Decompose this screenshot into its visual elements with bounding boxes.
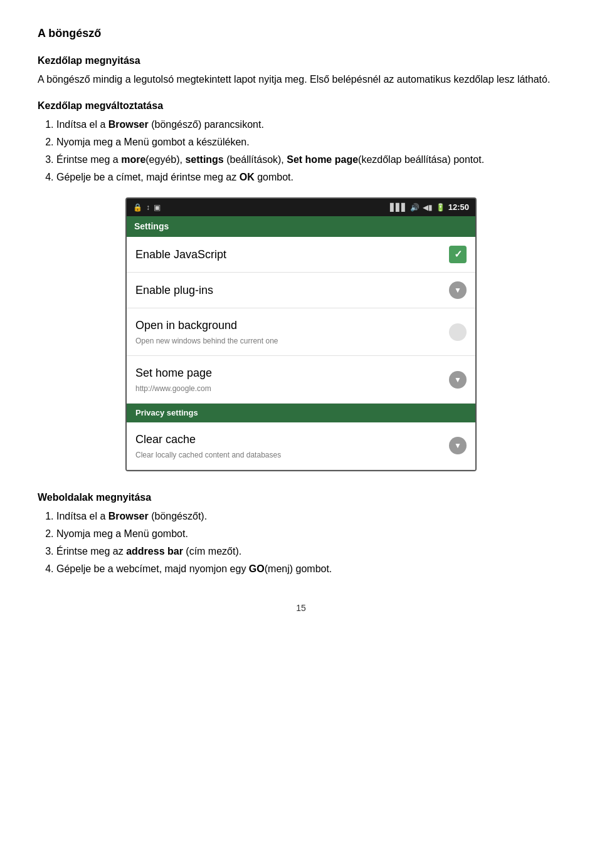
- settings-item-clearcache[interactable]: Clear cache Clear locally cached content…: [127, 422, 475, 470]
- section3-step1: Indítsa el a Browser (böngészőt).: [56, 509, 564, 524]
- section2-step4: Gépelje be a címet, majd érintse meg az …: [56, 170, 564, 185]
- section3-heading: Weboldalak megnyitása: [38, 490, 564, 505]
- section2-steps: Indítsa el a Browser (böngésző) parancsi…: [56, 117, 564, 185]
- section1-heading: Kezdőlap megnyitása: [38, 53, 564, 68]
- homepage-title: Set home page: [135, 365, 449, 382]
- section2-step3: Érintse meg a more(egyéb), settings (beá…: [56, 152, 564, 167]
- section-homepage-open: Kezdőlap megnyitása A böngésző mindig a …: [38, 53, 564, 87]
- settings-titlebar: Settings: [127, 216, 475, 237]
- section-webpage-open: Weboldalak megnyitása Indítsa el a Brows…: [38, 490, 564, 577]
- clearcache-checkbox[interactable]: ▼: [449, 437, 467, 454]
- usb-icon: ↕: [146, 202, 150, 213]
- background-subtitle: Open new windows behind the current one: [135, 335, 449, 347]
- homepage-subtitle: http://www.google.com: [135, 383, 449, 394]
- settings-item-plugins[interactable]: Enable plug-ins ▼: [127, 273, 475, 308]
- page-number: 15: [38, 602, 564, 615]
- clearcache-subtitle: Clear locally cached content and databas…: [135, 449, 449, 461]
- javascript-checkbox[interactable]: [449, 246, 467, 263]
- privacy-settings-header: Privacy settings: [127, 404, 475, 422]
- section-homepage-change: Kezdőlap megváltoztatása Indítsa el a Br…: [38, 98, 564, 185]
- clock: 12:50: [448, 201, 469, 214]
- battery-icon: 🔋: [436, 202, 445, 213]
- section3-steps: Indítsa el a Browser (böngészőt). Nyomja…: [56, 509, 564, 577]
- section2-heading: Kezdőlap megváltoztatása: [38, 98, 564, 113]
- phone-screenshot: 🔒 ↕ ▣ ▋▋▋ 🔊 ◀▮ 🔋 12:50 Settings Enable J…: [125, 197, 477, 471]
- homepage-checkbox[interactable]: ▼: [449, 371, 467, 389]
- plugins-title: Enable plug-ins: [135, 282, 449, 299]
- settings-item-background[interactable]: Open in background Open new windows behi…: [127, 308, 475, 356]
- background-title: Open in background: [135, 317, 449, 334]
- section2-step1: Indítsa el a Browser (böngésző) parancsi…: [56, 117, 564, 132]
- page-container: A böngésző Kezdőlap megnyitása A böngész…: [38, 25, 564, 615]
- section3-step4: Gépelje be a webcímet, majd nyomjon egy …: [56, 562, 564, 577]
- settings-item-homepage[interactable]: Set home page http://www.google.com ▼: [127, 356, 475, 404]
- settings-item-javascript[interactable]: Enable JavaScript: [127, 237, 475, 273]
- signal-icon: ▋▋▋: [390, 202, 407, 213]
- settings-list: Enable JavaScript Enable plug-ins ▼ Open…: [127, 237, 475, 470]
- statusbar: 🔒 ↕ ▣ ▋▋▋ 🔊 ◀▮ 🔋 12:50: [127, 199, 475, 216]
- section2-step2: Nyomja meg a Menü gombot a készüléken.: [56, 135, 564, 150]
- javascript-title: Enable JavaScript: [135, 246, 449, 263]
- sound-icon: 🔊: [410, 202, 420, 213]
- plugins-checkbox[interactable]: ▼: [449, 281, 467, 299]
- clearcache-title: Clear cache: [135, 431, 449, 448]
- page-title: A böngésző: [38, 25, 564, 42]
- background-checkbox[interactable]: [449, 323, 467, 341]
- lock-icon: 🔒: [133, 202, 142, 213]
- volume-icon: ◀▮: [423, 202, 433, 213]
- section1-text: A böngésző mindig a legutolsó megtekinte…: [38, 72, 564, 87]
- section3-step2: Nyomja meg a Menü gombot.: [56, 526, 564, 541]
- section3-step3: Érintse meg az address bar (cím mezőt).: [56, 544, 564, 559]
- sd-icon: ▣: [154, 202, 161, 213]
